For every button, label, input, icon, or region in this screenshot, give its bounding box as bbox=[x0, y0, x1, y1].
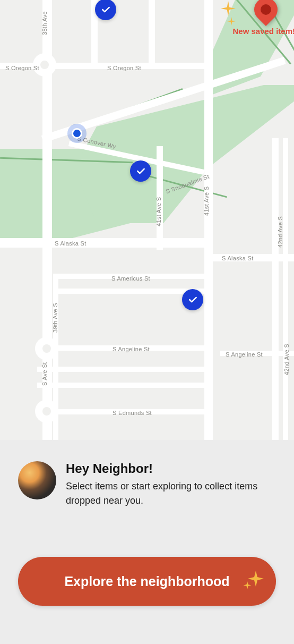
street-label: S Americus St bbox=[111, 275, 150, 282]
greeting-subtext: Select items or start exploring to colle… bbox=[66, 479, 276, 508]
street-label: S Angeline St bbox=[226, 351, 263, 358]
road bbox=[37, 367, 212, 372]
sparkle-icon bbox=[241, 566, 266, 595]
check-icon bbox=[100, 4, 111, 15]
street-label: S Edmunds St bbox=[113, 410, 152, 416]
street-label: S Alaska St bbox=[55, 240, 87, 247]
sparkle-icon bbox=[221, 1, 236, 16]
saved-item-pin[interactable] bbox=[130, 160, 151, 182]
explore-button[interactable]: Explore the neighborhood bbox=[18, 557, 276, 606]
roundabout bbox=[35, 400, 58, 423]
roundabout bbox=[35, 337, 58, 360]
road bbox=[149, 0, 155, 69]
new-saved-item-pin[interactable]: New saved item! bbox=[232, 0, 294, 36]
street-label: S Oregon St bbox=[107, 65, 141, 71]
road bbox=[272, 138, 279, 440]
street-label: 39th Ave S bbox=[52, 303, 58, 333]
street-label: S Ave St bbox=[41, 362, 48, 386]
road bbox=[37, 383, 212, 388]
street-label: 41st Ave S bbox=[203, 187, 210, 216]
explore-button-label: Explore the neighborhood bbox=[64, 574, 229, 589]
greeting-row: Hey Neighbor! Select items or start expl… bbox=[18, 461, 276, 508]
avatar bbox=[18, 461, 56, 499]
street-label: S Oregon St bbox=[5, 65, 39, 71]
street-label: 42nd Ave S bbox=[277, 216, 283, 248]
street-label: S Angeline St bbox=[113, 346, 150, 352]
check-icon bbox=[187, 294, 198, 305]
user-location-dot bbox=[67, 124, 87, 143]
street-label: 41st Ave S bbox=[155, 197, 162, 226]
road bbox=[204, 0, 213, 440]
greeting-heading: Hey Neighbor! bbox=[66, 461, 276, 476]
street-label: 38th Ave bbox=[41, 11, 48, 35]
saved-item-pin[interactable] bbox=[182, 289, 203, 310]
street-label: 42nd Ave S bbox=[283, 344, 290, 375]
check-icon bbox=[135, 166, 146, 176]
new-saved-label: New saved item! bbox=[232, 27, 294, 36]
street-label: S Alaska St bbox=[222, 255, 254, 261]
road bbox=[283, 138, 288, 440]
road bbox=[0, 238, 212, 248]
map-view[interactable]: S Oregon St S Oregon St S Conover Wy S S… bbox=[0, 0, 294, 440]
bottom-panel: Hey Neighbor! Select items or start expl… bbox=[0, 440, 294, 644]
saved-item-pin[interactable] bbox=[95, 0, 116, 20]
